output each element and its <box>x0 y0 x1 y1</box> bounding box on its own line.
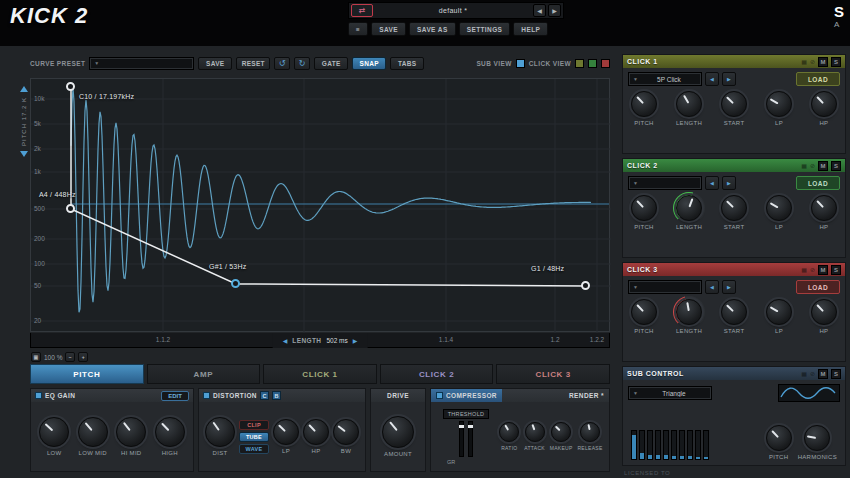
click1-load-button[interactable]: LOAD <box>796 72 840 86</box>
curve-reset-button[interactable]: RESET <box>236 57 270 70</box>
click3-hp-knob[interactable] <box>811 299 837 325</box>
dist-lp-knob[interactable] <box>273 419 299 445</box>
clip-mode-button[interactable]: CLIP <box>239 420 269 430</box>
bypass-icon[interactable]: ⊘ <box>810 162 815 169</box>
sub-mute-button[interactable]: M <box>818 369 828 379</box>
click1-mute-button[interactable]: M <box>818 57 828 67</box>
harmonic-bar[interactable] <box>655 430 661 460</box>
steps-icon[interactable]: ▦ <box>801 58 807 65</box>
tab-click3[interactable]: CLICK 3 <box>496 364 610 384</box>
steps-icon[interactable]: ▦ <box>801 266 807 273</box>
curve-save-button[interactable]: SAVE <box>198 57 232 70</box>
length-decrease-button[interactable]: ◀ <box>283 337 288 344</box>
click3-sample-dropdown[interactable]: ▼ <box>628 280 702 294</box>
click3-pitch-knob[interactable] <box>631 299 657 325</box>
steps-icon[interactable]: ▦ <box>801 370 807 377</box>
distortion-enable-icon[interactable] <box>203 392 210 399</box>
distortion-copy-button[interactable]: C <box>260 391 269 400</box>
distortion-bypass-button[interactable]: B <box>272 391 281 400</box>
harmonic-bar[interactable] <box>703 430 709 460</box>
envelope-point-handle[interactable] <box>581 281 590 290</box>
preset-name[interactable]: default * <box>373 7 533 14</box>
click2-start-knob[interactable] <box>721 195 747 221</box>
eq-low-knob[interactable] <box>39 417 69 447</box>
click1-length-knob[interactable] <box>676 91 702 117</box>
redo-button[interactable]: ↻ <box>294 57 310 70</box>
eq-himid-knob[interactable] <box>116 417 146 447</box>
click2-next-button[interactable]: ▶ <box>722 176 736 190</box>
steps-icon[interactable]: ▦ <box>801 162 807 169</box>
pitch-up-icon[interactable] <box>20 86 28 92</box>
eq-edit-button[interactable]: EDIT <box>161 391 189 401</box>
harmonic-bar[interactable] <box>631 430 637 460</box>
harmonic-bar[interactable] <box>679 430 685 460</box>
click3-length-knob[interactable] <box>676 299 702 325</box>
zoom-in-button[interactable]: + <box>78 352 88 362</box>
click3-view-checkbox[interactable] <box>601 59 610 68</box>
dist-hp-knob[interactable] <box>303 419 329 445</box>
wave-mode-button[interactable]: WAVE <box>239 444 269 454</box>
render-button[interactable]: RENDER * <box>569 389 609 402</box>
click3-solo-button[interactable]: S <box>831 265 841 275</box>
tab-click1[interactable]: CLICK 1 <box>263 364 377 384</box>
eq-enable-icon[interactable] <box>35 392 42 399</box>
click1-lp-knob[interactable] <box>766 91 792 117</box>
settings-button[interactable]: SETTINGS <box>459 22 511 36</box>
eq-lowmid-knob[interactable] <box>78 417 108 447</box>
next-preset-button[interactable]: ▶ <box>548 4 561 17</box>
harmonic-bar[interactable] <box>687 430 693 460</box>
harmonic-bar[interactable] <box>671 430 677 460</box>
click1-pitch-knob[interactable] <box>631 91 657 117</box>
click2-pitch-knob[interactable] <box>631 195 657 221</box>
click1-next-button[interactable]: ▶ <box>722 72 736 86</box>
help-button[interactable]: HELP <box>513 22 548 36</box>
dist-amount-knob[interactable] <box>205 417 235 447</box>
zoom-fit-button[interactable]: ▣ <box>31 352 41 362</box>
click2-lp-knob[interactable] <box>766 195 792 221</box>
comp-attack-knob[interactable] <box>525 422 545 442</box>
click2-load-button[interactable]: LOAD <box>796 176 840 190</box>
gate-toggle[interactable]: GATE <box>314 57 348 70</box>
click1-start-knob[interactable] <box>721 91 747 117</box>
envelope-point-handle[interactable] <box>66 204 75 213</box>
click3-prev-button[interactable]: ◀ <box>705 280 719 294</box>
harmonic-bar[interactable] <box>663 430 669 460</box>
save-button[interactable]: SAVE <box>371 22 406 36</box>
menu-button[interactable]: ≡ <box>348 22 368 36</box>
click1-prev-button[interactable]: ◀ <box>705 72 719 86</box>
undo-button[interactable]: ↺ <box>274 57 290 70</box>
click3-mute-button[interactable]: M <box>818 265 828 275</box>
click2-solo-button[interactable]: S <box>831 161 841 171</box>
envelope-point-handle[interactable] <box>66 82 75 91</box>
tab-click2[interactable]: CLICK 2 <box>380 364 494 384</box>
bypass-icon[interactable]: ⊘ <box>810 370 815 377</box>
comp-ratio-knob[interactable] <box>499 422 519 442</box>
click2-length-knob[interactable] <box>676 195 702 221</box>
click2-hp-knob[interactable] <box>811 195 837 221</box>
tab-amp[interactable]: AMP <box>147 364 261 384</box>
pitch-envelope-graph[interactable]: 10k 5k 2k 1k 500 200 100 50 20 C10 / 17.… <box>30 78 610 332</box>
sub-waveform-dropdown[interactable]: ▼ Triangle <box>628 386 712 400</box>
click2-prev-button[interactable]: ◀ <box>705 176 719 190</box>
threshold-slider[interactable] <box>459 421 464 457</box>
click3-load-button[interactable]: LOAD <box>796 280 840 294</box>
click1-solo-button[interactable]: S <box>831 57 841 67</box>
eq-high-knob[interactable] <box>155 417 185 447</box>
harmonic-bar[interactable] <box>647 430 653 460</box>
compressor-enable-icon[interactable] <box>436 392 443 399</box>
length-increase-button[interactable]: ▶ <box>353 337 358 344</box>
click2-view-checkbox[interactable] <box>588 59 597 68</box>
click3-next-button[interactable]: ▶ <box>722 280 736 294</box>
harmonic-bar[interactable] <box>695 430 701 460</box>
comp-release-knob[interactable] <box>580 422 600 442</box>
snap-toggle[interactable]: SNAP <box>352 57 386 70</box>
tabs-toggle[interactable]: TABS <box>390 57 424 70</box>
ab-loop-button[interactable]: ⇄ <box>351 4 373 17</box>
tab-pitch[interactable]: PITCH <box>30 364 144 384</box>
harmonic-bar[interactable] <box>639 430 645 460</box>
sub-pitch-knob[interactable] <box>766 425 792 451</box>
sub-view-checkbox[interactable] <box>516 59 525 68</box>
save-as-button[interactable]: SAVE AS <box>409 22 456 36</box>
bypass-icon[interactable]: ⊘ <box>810 266 815 273</box>
click1-sample-dropdown[interactable]: ▼ 5P Click <box>628 72 702 86</box>
